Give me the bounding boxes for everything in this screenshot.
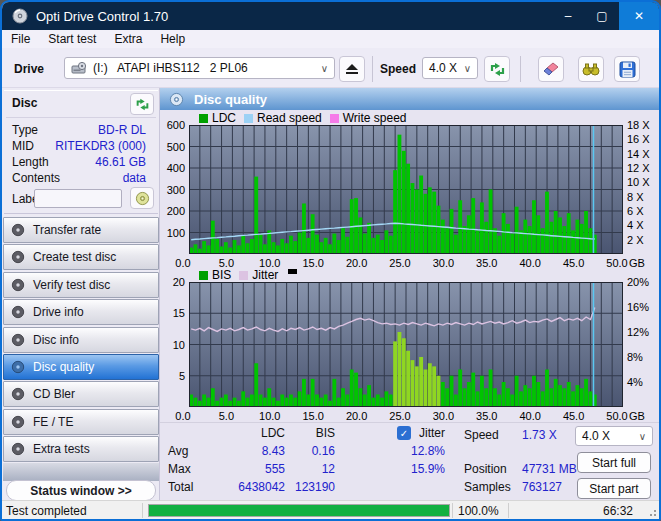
stats-header-jitter: Jitter [419, 426, 445, 440]
y-right-tick-label: 14 X [627, 148, 650, 160]
sidebar-item-cd-bler[interactable]: CD Bler [3, 381, 159, 407]
disc-label-input[interactable] [34, 189, 122, 208]
speed-select[interactable]: 4.0 X ∨ [422, 57, 478, 79]
disc-length-value: 46.61 GB [95, 155, 146, 169]
start-full-button[interactable]: Start full [577, 452, 651, 473]
x-tick-label: 15.0 [295, 410, 331, 422]
samples-stat-value: 763127 [522, 480, 562, 494]
x-tick-label: 30.0 [425, 410, 461, 422]
section-header: Disc quality [160, 88, 659, 110]
sidebar: Disc TypeBD-R DL MIDRITEKDR3 (000) Lengt… [2, 88, 160, 500]
x-tick-label: 40.0 [512, 410, 548, 422]
scan-button[interactable] [578, 56, 604, 82]
disc-test-icon [11, 360, 25, 374]
drive-value: (I:) ATAPI iHBS112 2 PL06 [93, 61, 248, 75]
minimize-button[interactable]: – [551, 2, 585, 30]
divider [160, 422, 659, 423]
sidebar-item-transfer-rate[interactable]: Transfer rate [3, 217, 159, 243]
drive-select[interactable]: (I:) ATAPI iHBS112 2 PL06 ∨ [64, 57, 335, 79]
x-tick-label: 35.0 [469, 257, 505, 269]
chevron-down-icon: ∨ [321, 63, 328, 74]
speed-label: Speed [380, 62, 416, 76]
menu-help[interactable]: Help [151, 32, 194, 46]
refresh-icon [489, 61, 506, 78]
x-tick-label: 25.0 [382, 257, 418, 269]
x-tick-label: 10.0 [252, 410, 288, 422]
y-right-tick-label: 12 X [627, 162, 650, 174]
y-right-tick-label: 2 X [627, 234, 644, 246]
close-button[interactable]: ✕ [619, 2, 659, 30]
cd-icon [135, 191, 150, 206]
total-ldc: 6438042 [210, 480, 285, 494]
disc-test-icon [11, 415, 25, 429]
x-tick-label: 5.0 [208, 410, 244, 422]
window-title: Opti Drive Control 1.70 [36, 9, 168, 24]
save-floppy-icon [619, 61, 636, 78]
legend-marker [288, 269, 297, 274]
divider [6, 117, 156, 118]
jitter-checkbox[interactable]: ✓ [397, 426, 411, 440]
sidebar-item-disc-info[interactable]: Disc info [3, 327, 159, 353]
stats-row-label: Total [168, 480, 193, 494]
maximize-button[interactable]: ▢ [585, 2, 619, 30]
position-stat-value: 47731 MB [522, 462, 577, 476]
max-jitter: 15.9% [360, 462, 445, 476]
legend-label: Jitter [252, 268, 278, 282]
legend-label: Write speed [343, 111, 407, 125]
status-text: Test completed [6, 501, 87, 520]
menu-extra[interactable]: Extra [105, 32, 151, 46]
start-part-button[interactable]: Start part [577, 478, 651, 499]
y-right-tick-label: 6 X [627, 205, 644, 217]
disc-test-icon [11, 278, 25, 292]
sidebar-item-drive-info[interactable]: Drive info [3, 299, 159, 325]
chevron-down-icon: ∨ [464, 63, 471, 74]
eject-icon [345, 63, 359, 75]
y-left-tick-label: 300 [160, 184, 185, 196]
eject-button[interactable] [339, 56, 365, 82]
stats-row-label: Max [168, 462, 191, 476]
status-bar: Test completed 100.0% 66:32 [2, 500, 659, 519]
sidebar-item-fe-te[interactable]: FE / TE [3, 409, 159, 435]
y-left-tick-label: 500 [160, 141, 185, 153]
legend-swatch [330, 114, 339, 123]
legend-label: Read speed [257, 111, 322, 125]
disc-label-button[interactable] [130, 187, 154, 209]
top-chart-legend: LDCRead speedWrite speed [191, 111, 407, 125]
menu-start-test[interactable]: Start test [39, 32, 105, 46]
resize-grip[interactable] [647, 507, 657, 517]
menu-file[interactable]: File [2, 32, 39, 46]
save-button[interactable] [614, 56, 640, 82]
y-left-tick-label: 5 [160, 370, 185, 382]
sidebar-item-label: CD Bler [33, 387, 75, 401]
y-right-tick-label: 8% [627, 351, 643, 363]
bis-jitter-chart [189, 282, 623, 407]
chevron-down-icon: ∨ [639, 431, 646, 442]
disc-contents-row: Contentsdata [12, 171, 154, 185]
drive-label: Drive [14, 62, 44, 76]
section-title: Disc quality [194, 92, 267, 107]
sidebar-item-extra-tests[interactable]: Extra tests [3, 436, 159, 462]
y-right-tick-label: 16% [627, 301, 649, 313]
x-tick-label: 45.0 [556, 257, 592, 269]
drive-device-icon [71, 61, 87, 75]
disc-test-icon [11, 250, 25, 264]
status-window-button[interactable]: Status window >> [6, 480, 156, 501]
sidebar-item-create-test-disc[interactable]: Create test disc [3, 244, 159, 270]
speed-stat-label: Speed [464, 428, 499, 442]
eraser-icon [542, 61, 560, 77]
sidebar-item-disc-quality[interactable]: Disc quality [3, 354, 159, 380]
ldc-readspeed-chart [189, 125, 623, 254]
position-stat-label: Position [464, 462, 507, 476]
x-axis-unit: GB [629, 410, 645, 422]
x-tick-label: 20.0 [339, 410, 375, 422]
menu-bar: File Start test Extra Help [2, 30, 659, 48]
test-speed-select[interactable]: 4.0 X ∨ [575, 426, 653, 446]
sidebar-item-verify-test-disc[interactable]: Verify test disc [3, 272, 159, 298]
x-axis-unit: GB [629, 257, 645, 269]
erase-button[interactable] [538, 56, 564, 82]
disc-test-icon [11, 223, 25, 237]
disc-refresh-button[interactable] [130, 93, 154, 115]
legend-label: BIS [212, 268, 231, 282]
refresh-button[interactable] [484, 56, 510, 82]
disc-test-icon [11, 333, 25, 347]
